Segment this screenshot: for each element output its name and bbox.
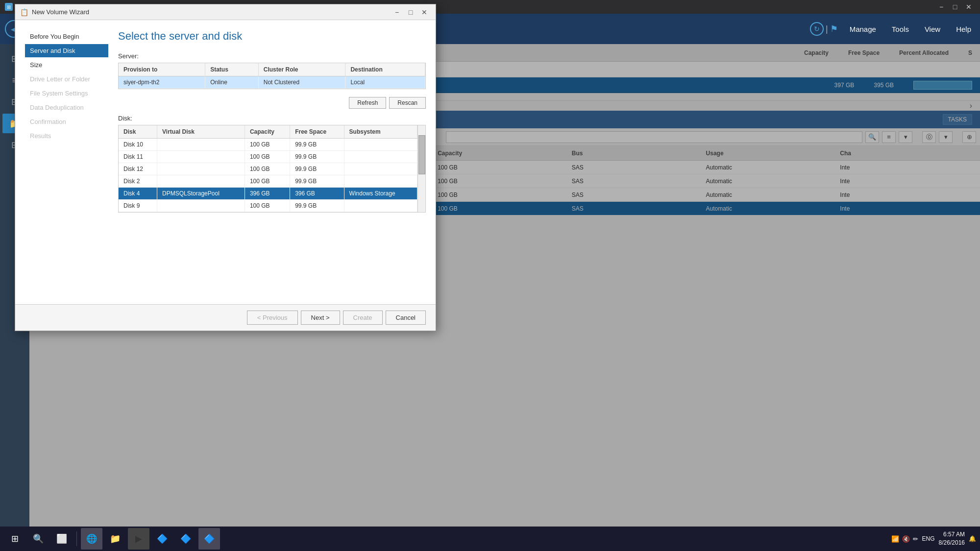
app2-taskbar-btn[interactable]: 🔷 [175,528,196,550]
server-col-destination: Destination [345,63,425,76]
disk-section-label: Disk: [118,115,426,122]
dialog-window-controls: − □ ✕ [391,7,431,18]
dialog-footer: < Previous Next > Create Cancel [15,304,436,331]
clock-time: 6:57 AM [939,530,965,539]
new-volume-wizard-dialog: 📋 New Volume Wizard − □ ✕ Before You Beg… [15,4,436,331]
explorer-taskbar-btn[interactable]: 📁 [104,528,126,550]
volume-mute-icon[interactable]: 🔇 [902,535,910,543]
disk-cell-capacity: 100 GB [245,139,290,151]
dialog-minimize-btn[interactable]: − [391,7,403,18]
task-view-btn[interactable]: ⬜ [51,528,73,550]
pen-icon[interactable]: ✏ [913,535,918,543]
server-table-row[interactable]: siyer-dpm-th2OnlineNot ClusteredLocal [119,76,425,89]
server-cell-status: Online [205,76,259,89]
previous-button[interactable]: < Previous [247,311,298,325]
nav-separator: | [826,24,828,34]
maximize-button[interactable]: □ [949,2,961,12]
wizard-page-title: Select the server and disk [118,30,426,43]
refresh-button[interactable]: Refresh [349,97,386,109]
disk-cell-disk: Disk 11 [119,151,157,163]
cancel-button[interactable]: Cancel [386,311,426,325]
disk-scrollbar-thumb[interactable] [418,135,425,174]
disk-cell-free_space: 99.9 GB [290,200,344,212]
disk-cell-virtual_disk [157,151,245,163]
wizard-steps-panel: Before You BeginServer and DiskSizeDrive… [25,30,108,294]
disk-cell-subsystem [344,200,417,212]
disk-table-row[interactable]: Disk 11100 GB99.9 GB [119,151,417,163]
disk-cell-free_space: 99.9 GB [290,163,344,175]
disk-table: DiskVirtual DiskCapacityFree SpaceSubsys… [119,125,417,212]
dialog-body: Before You BeginServer and DiskSizeDrive… [15,20,436,304]
language-indicator[interactable]: ENG [922,535,935,542]
disk-scrollbar[interactable] [417,125,425,212]
refresh-button[interactable]: ↻ [810,22,824,36]
help-menu[interactable]: Help [952,23,975,35]
close-button[interactable]: ✕ [962,2,975,12]
start-button[interactable]: ⊞ [4,528,25,550]
server-cell-destination: Local [345,76,425,89]
disk-cell-virtual_disk [157,175,245,188]
wizard-step-confirmation: Confirmation [25,115,108,128]
disk-cell-subsystem [344,151,417,163]
disk-cell-capacity: 100 GB [245,200,290,212]
network-icon[interactable]: 📶 [891,535,899,543]
disk-cell-disk: Disk 2 [119,175,157,188]
disk-table-row[interactable]: Disk 10100 GB99.9 GB [119,139,417,151]
disk-cell-subsystem [344,139,417,151]
next-button[interactable]: Next > [301,311,340,325]
server-col-provision-to: Provision to [119,63,205,76]
wizard-step-before-you-begin[interactable]: Before You Begin [25,30,108,43]
disk-table-body: Disk 10100 GB99.9 GBDisk 11100 GB99.9 GB… [119,139,417,212]
disk-cell-virtual_disk [157,200,245,212]
search-taskbar-btn[interactable]: 🔍 [27,528,49,550]
disk-table-row[interactable]: Disk 9100 GB99.9 GB [119,200,417,212]
taskbar-right-area: 📶 🔇 ✏ ENG 6:57 AM 8/26/2016 🔔 [891,530,976,547]
wizard-main-content: Select the server and disk Server: Provi… [118,30,426,294]
flag-icon[interactable]: ⚑ [830,24,838,34]
time-display[interactable]: 6:57 AM 8/26/2016 [939,530,965,547]
wizard-step-server-and-disk[interactable]: Server and Disk [25,44,108,57]
disk-cell-disk: Disk 4 [119,188,157,200]
app1-taskbar-btn[interactable]: 🔷 [151,528,173,550]
disk-cell-virtual_disk [157,163,245,175]
disk-table-header: DiskVirtual DiskCapacityFree SpaceSubsys… [119,125,417,139]
app-icon: ⊞ [5,3,13,11]
dialog-close-btn[interactable]: ✕ [418,7,431,18]
disk-cell-disk: Disk 10 [119,139,157,151]
minimize-button[interactable]: − [935,2,948,12]
disk-table-row[interactable]: Disk 4DPMSQLStoragePool396 GB396 GBWindo… [119,188,417,200]
app3-taskbar-btn[interactable]: 🔷 [198,528,220,550]
disk-cell-capacity: 100 GB [245,163,290,175]
dialog-title: New Volume Wizard [32,8,89,16]
wizard-step-size[interactable]: Size [25,58,108,72]
notification-icon[interactable]: 🔔 [969,535,976,542]
disk-cell-capacity: 100 GB [245,151,290,163]
disk-col-free-space: Free Space [290,125,344,139]
rescan-button[interactable]: Rescan [389,97,426,109]
disk-cell-capacity: 396 GB [245,188,290,200]
disk-cell-free_space: 99.9 GB [290,175,344,188]
disk-cell-virtual_disk: DPMSQLStoragePool [157,188,245,200]
server-action-buttons: RefreshRescan [118,97,426,109]
cmd-taskbar-btn[interactable]: ▶ [128,528,149,550]
disk-col-virtual-disk: Virtual Disk [157,125,245,139]
disk-table-row[interactable]: Disk 2100 GB99.9 GB [119,175,417,188]
dialog-maximize-btn[interactable]: □ [404,7,417,18]
create-button[interactable]: Create [343,311,383,325]
disk-col-capacity: Capacity [245,125,290,139]
disk-table-container: DiskVirtual DiskCapacityFree SpaceSubsys… [118,125,426,213]
tools-menu[interactable]: Tools [888,23,913,35]
clock-date: 8/26/2016 [939,539,965,547]
disk-cell-disk: Disk 12 [119,163,157,175]
server-section-label: Server: [118,52,426,60]
server-cell-provision_to: siyer-dpm-th2 [119,76,205,89]
server-table-container: Provision toStatusCluster RoleDestinatio… [118,63,426,89]
disk-cell-capacity: 100 GB [245,175,290,188]
ie-taskbar-btn[interactable]: 🌐 [81,528,102,550]
server-cell-cluster_role: Not Clustered [258,76,345,89]
server-table-body: siyer-dpm-th2OnlineNot ClusteredLocal [119,76,425,89]
disk-cell-disk: Disk 9 [119,200,157,212]
disk-table-row[interactable]: Disk 12100 GB99.9 GB [119,163,417,175]
manage-menu[interactable]: Manage [846,23,880,35]
view-menu[interactable]: View [921,23,944,35]
